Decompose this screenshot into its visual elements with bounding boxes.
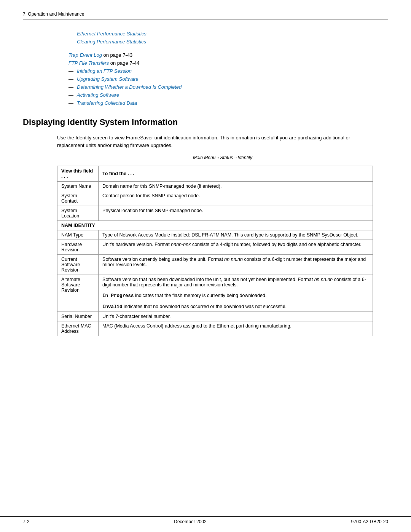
toc-link-trap[interactable]: Trap Event Log xyxy=(68,52,102,58)
toc-link-ftp[interactable]: FTP File Transfers xyxy=(68,60,109,66)
toc-link-activating[interactable]: Activating Software xyxy=(77,92,119,98)
field-system-name: System Name xyxy=(57,182,99,191)
toc-dash: — xyxy=(68,68,74,74)
desc-nam-type: Type of Network Access Module installed:… xyxy=(99,230,373,240)
desc-serial-number: Unit's 7-character serial number. xyxy=(99,312,373,321)
toc-dash: — xyxy=(68,39,74,45)
desc-current-software: Software version currently being used by… xyxy=(99,255,373,275)
toc-item-initiating: — Initiating an FTP Session xyxy=(68,68,388,74)
desc-system-contact: Contact person for this SNMP-managed nod… xyxy=(99,191,373,206)
desc-system-name: Domain name for this SNMP-managed node (… xyxy=(99,182,373,191)
section-body: Use the Identity screen to view FrameSav… xyxy=(57,134,373,149)
field-nam-type: NAM Type xyxy=(57,230,99,240)
desc-hardware-revision: Unit's hardware version. Format nnnn-nnx… xyxy=(99,240,373,255)
page-footer: 7-2 December 2002 9700-A2-GB20-20 xyxy=(0,516,411,524)
field-system-location: System Location xyxy=(57,206,99,221)
table-row: Alternate SoftwareRevision Software vers… xyxy=(57,275,373,312)
field-serial-number: Serial Number xyxy=(57,312,99,321)
toc-item-determining: — Determining Whether a Download Is Comp… xyxy=(68,84,388,90)
page-header: 7. Operation and Maintenance xyxy=(23,11,388,19)
in-progress-label: In Progress xyxy=(102,293,134,299)
table-row: System Name Domain name for this SNMP-ma… xyxy=(57,182,373,191)
table-row: Serial Number Unit's 7-character serial … xyxy=(57,312,373,321)
toc-link-clearing[interactable]: Clearing Performance Statistics xyxy=(77,39,146,45)
desc-alternate-software: Software version that has been downloade… xyxy=(99,275,373,312)
toc-link-determining[interactable]: Determining Whether a Download Is Comple… xyxy=(77,84,182,90)
toc-item-clearing: — Clearing Performance Statistics xyxy=(68,39,388,45)
toc-link-transferring[interactable]: Transferring Collected Data xyxy=(77,100,137,106)
footer-center: December 2002 xyxy=(174,519,206,524)
toc-sublist: — Initiating an FTP Session — Upgrading … xyxy=(68,68,388,106)
toc-link-initiating[interactable]: Initiating an FTP Session xyxy=(77,68,132,74)
toc-item-activating: — Activating Software xyxy=(68,92,388,98)
identity-table: View this field . . . To find the . . . … xyxy=(57,166,373,336)
toc-item-trap: Trap Event Log on page 7-43 xyxy=(68,52,388,58)
field-alternate-software: Alternate SoftwareRevision xyxy=(57,275,99,312)
nam-identity-header: NAM IDENTITY xyxy=(57,221,373,230)
nav-path-text: Main Menu→Status→Identity xyxy=(193,155,252,160)
desc-system-location: Physical location for this SNMP-managed … xyxy=(99,206,373,221)
section-body-text: Use the Identity screen to view FrameSav… xyxy=(57,134,373,149)
table-row: Ethernet MACAddress MAC (Media Access Co… xyxy=(57,321,373,336)
toc-item-ftp: FTP File Transfers on page 7-44 xyxy=(68,60,388,66)
toc-item-transferring: — Transferring Collected Data xyxy=(68,100,388,106)
field-system-contact: System Contact xyxy=(57,191,99,206)
table-row: NAM Type Type of Network Access Module i… xyxy=(57,230,373,240)
field-ethernet-mac: Ethernet MACAddress xyxy=(57,321,99,336)
toc-link-ethernet[interactable]: Ethernet Performance Statistics xyxy=(77,31,147,37)
toc-list: — Ethernet Performance Statistics — Clea… xyxy=(68,31,388,45)
table-row: System Contact Contact person for this S… xyxy=(57,191,373,206)
footer-right: 9700-A2-GB20-20 xyxy=(351,519,388,524)
table-row: Hardware Revision Unit's hardware versio… xyxy=(57,240,373,255)
table-row-nam-header: NAM IDENTITY xyxy=(57,221,373,230)
nav-path: Main Menu→Status→Identity xyxy=(57,155,388,160)
field-hardware-revision: Hardware Revision xyxy=(57,240,99,255)
invalid-label: Invalid xyxy=(102,304,123,310)
header-text: 7. Operation and Maintenance xyxy=(23,11,84,17)
toc-trap-suffix: on page 7-43 xyxy=(102,52,132,58)
section-title: Displaying Identity System Information xyxy=(23,117,388,127)
table-row: System Location Physical location for th… xyxy=(57,206,373,221)
toc-ftp-suffix: on page 7-44 xyxy=(109,60,139,66)
desc-ethernet-mac: MAC (Media Access Control) address assig… xyxy=(99,321,373,336)
toc-item-ethernet: — Ethernet Performance Statistics xyxy=(68,31,388,37)
toc-item-upgrading: — Upgrading System Software xyxy=(68,76,388,82)
col-header-field: View this field . . . xyxy=(57,166,99,182)
table-row: Current SoftwareRevision Software versio… xyxy=(57,255,373,275)
field-current-software: Current SoftwareRevision xyxy=(57,255,99,275)
toc-dash: — xyxy=(68,84,74,90)
col-header-description: To find the . . . xyxy=(99,166,373,182)
toc-dash: — xyxy=(68,92,74,98)
toc-dash: — xyxy=(68,100,74,106)
toc-link-upgrading[interactable]: Upgrading System Software xyxy=(77,76,139,82)
footer-left: 7-2 xyxy=(23,519,29,524)
toc-dash: — xyxy=(68,76,74,82)
toc-dash: — xyxy=(68,31,74,37)
